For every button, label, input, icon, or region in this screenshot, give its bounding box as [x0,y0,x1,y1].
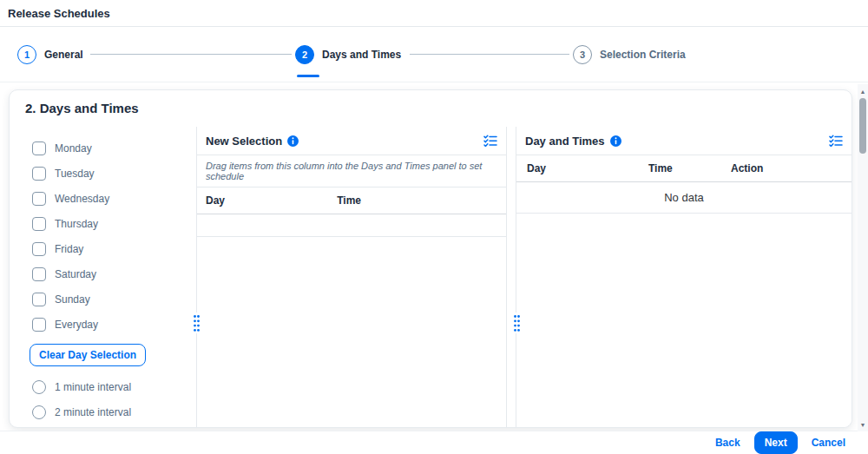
checkbox-label: Tuesday [55,168,95,180]
radio-5-minute-interval[interactable]: 5 minute interval [32,424,187,428]
day-selection-column: Monday Tuesday Wednesday Thursday Friday [10,127,187,427]
new-selection-table-header: Day Time [197,188,506,214]
checkbox-thursday[interactable]: Thursday [32,211,187,236]
info-icon[interactable] [287,135,299,147]
checkbox-friday[interactable]: Friday [32,236,187,261]
checkbox-label: Sunday [55,293,90,306]
checkbox-box-icon [32,318,46,332]
day-and-times-header: Day and Times [516,127,852,155]
step-number-badge: 2 [295,45,314,64]
page-title: Release Schedules [8,7,110,20]
checkbox-sunday[interactable]: Sunday [32,286,187,312]
checkbox-box-icon [32,141,46,155]
step-selection-criteria[interactable]: 3 Selection Criteria [573,27,686,82]
new-selection-header: New Selection [197,127,506,155]
drag-hint-text: Drag items from this column into the Day… [197,155,506,188]
column-header-time: Time [648,162,731,174]
scroll-down-icon[interactable]: ▼ [858,419,868,430]
checkbox-label: Thursday [55,218,98,230]
wizard-footer: Back Next Cancel [0,431,868,454]
checkbox-box-icon [32,192,46,206]
step-general[interactable]: 1 General [17,27,83,82]
radio-circle-icon [32,405,46,419]
clear-day-selection-button[interactable]: Clear Day Selection [30,344,146,366]
column-header-time: Time [337,194,497,207]
step-number-badge: 3 [573,45,592,64]
table-settings-icon[interactable] [829,135,843,147]
day-and-times-panel: Day and Times Day [516,127,852,427]
checkbox-label: Wednesday [55,193,109,205]
cancel-button[interactable]: Cancel [812,437,845,449]
checkbox-saturday[interactable]: Saturday [32,261,187,286]
checkbox-wednesday[interactable]: Wednesday [32,186,187,211]
new-selection-title: New Selection [206,135,299,148]
radio-2-minute-interval[interactable]: 2 minute interval [32,399,187,424]
checkbox-label: Everyday [55,319,98,331]
table-settings-icon[interactable] [483,135,497,147]
step-label: General [44,49,83,61]
column-header-day: Day [206,194,337,207]
radio-circle-icon [32,380,46,394]
checkbox-label: Saturday [55,268,96,280]
step-number-badge: 1 [17,45,36,64]
active-step-underline [297,75,319,77]
info-icon[interactable] [610,135,621,147]
checkbox-label: Monday [55,142,92,155]
checkbox-tuesday[interactable]: Tuesday [32,161,187,186]
stepper-connector [410,54,569,55]
checkbox-label: Friday [55,243,83,255]
radio-label: 1 minute interval [55,381,131,393]
radio-1-minute-interval[interactable]: 1 minute interval [32,374,187,399]
panel-title-text: New Selection [206,135,282,148]
column-header-action: Action [731,162,841,174]
stepper-connector [90,54,292,55]
days-and-times-card: 2. Days and Times Monday Tuesday Wednesd… [9,89,852,428]
wizard-stepper: 1 General 2 Days and Times 3 Selection C… [0,27,868,82]
scroll-up-icon[interactable]: ▲ [858,86,868,96]
splitter-drag-handle-icon[interactable] [511,313,522,333]
splitter-drag-handle-icon[interactable] [191,313,201,333]
step-label: Selection Criteria [600,49,686,61]
panel-title-text: Day and Times [525,135,605,148]
card-columns: Monday Tuesday Wednesday Thursday Friday [10,127,852,427]
column-header-day: Day [527,162,648,174]
checkbox-box-icon [32,293,46,306]
checkbox-box-icon [32,217,46,231]
vertical-scrollbar[interactable]: ▲ ▼ [858,84,868,431]
next-button[interactable]: Next [754,431,798,454]
radio-label: 2 minute interval [55,406,131,418]
checkbox-box-icon [32,242,46,256]
back-button[interactable]: Back [715,437,740,449]
day-and-times-title: Day and Times [525,135,621,148]
step-days-and-times[interactable]: 2 Days and Times [295,27,401,82]
checkbox-monday[interactable]: Monday [32,135,187,161]
new-selection-panel: New Selection Drag items from this col [196,127,507,427]
section-heading: 2. Days and Times [25,101,139,115]
scrollbar-thumb[interactable] [859,98,866,154]
page-header: Release Schedules [0,0,868,27]
day-and-times-table-header: Day Time Action [516,155,852,182]
empty-table-row [197,214,506,237]
checkbox-box-icon [32,267,46,281]
checkbox-everyday[interactable]: Everyday [32,312,187,337]
checkbox-box-icon [32,167,46,181]
step-label: Days and Times [322,49,401,61]
no-data-message: No data [516,182,852,214]
